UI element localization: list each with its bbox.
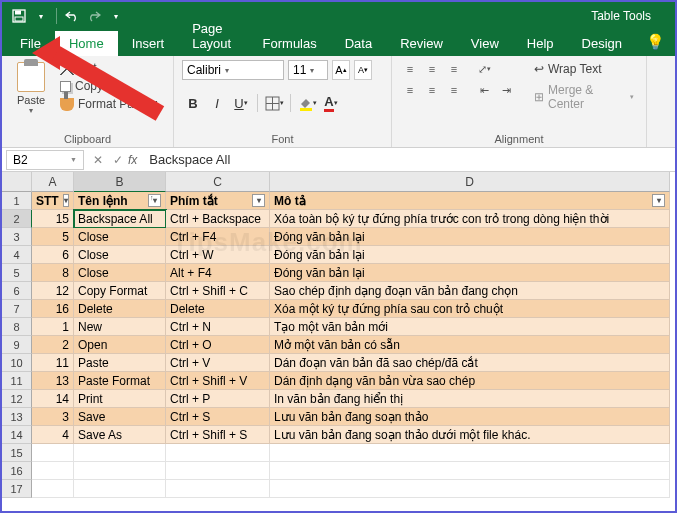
undo-icon[interactable] (61, 5, 83, 27)
filter-dropdown-icon[interactable]: ▾ (63, 194, 69, 207)
cell[interactable] (32, 462, 74, 480)
cell[interactable]: 13 (32, 372, 74, 390)
cell[interactable]: Backspace All (74, 210, 166, 228)
cell[interactable]: Ctrl + N (166, 318, 270, 336)
align-left-button[interactable]: ≡ (400, 81, 420, 99)
qat-dropdown-icon[interactable]: ▾ (30, 5, 52, 27)
row-header[interactable]: 2 (2, 210, 32, 228)
cell[interactable]: Ctrl + V (166, 354, 270, 372)
tab-page-layout[interactable]: Page Layout (178, 16, 248, 56)
tab-review[interactable]: Review (386, 31, 457, 56)
font-name-combo[interactable]: Calibri▾ (182, 60, 284, 80)
align-right-button[interactable]: ≡ (444, 81, 464, 99)
cell[interactable]: Paste Format (74, 372, 166, 390)
align-bottom-button[interactable]: ≡ (444, 60, 464, 78)
cell[interactable]: Ctrl + O (166, 336, 270, 354)
header-cell[interactable]: STT▾ (32, 192, 74, 210)
decrease-font-button[interactable]: A▾ (354, 60, 372, 80)
header-cell[interactable]: Phím tắt▾ (166, 192, 270, 210)
row-header[interactable]: 11 (2, 372, 32, 390)
cell[interactable]: Ctrl + F4 (166, 228, 270, 246)
tab-help[interactable]: Help (513, 31, 568, 56)
cell[interactable]: Ctrl + S (166, 408, 270, 426)
enter-icon[interactable]: ✓ (108, 153, 128, 167)
cancel-icon[interactable]: ✕ (88, 153, 108, 167)
cell[interactable]: 6 (32, 246, 74, 264)
increase-indent-button[interactable]: ⇥ (496, 81, 516, 99)
cell[interactable]: 15 (32, 210, 74, 228)
wrap-text-button[interactable]: ↩Wrap Text (530, 60, 638, 78)
row-header[interactable]: 14 (2, 426, 32, 444)
filter-dropdown-icon[interactable]: ▾↑ (148, 194, 161, 207)
cell[interactable] (270, 462, 670, 480)
col-header[interactable]: D (270, 172, 670, 192)
copy-button[interactable]: Copy▾ (58, 78, 159, 94)
cell[interactable]: 14 (32, 390, 74, 408)
orientation-button[interactable]: ⤢▾ (474, 60, 494, 78)
customize-qat-icon[interactable]: ▾ (105, 5, 127, 27)
cell[interactable]: 16 (32, 300, 74, 318)
cell[interactable] (270, 480, 670, 498)
align-middle-button[interactable]: ≡ (422, 60, 442, 78)
cell[interactable]: Ctrl + Backspace (166, 210, 270, 228)
cell[interactable]: Ctrl + Shifl + C (166, 282, 270, 300)
cell[interactable]: 4 (32, 426, 74, 444)
cut-button[interactable]: Cut (58, 60, 159, 76)
cell[interactable]: Ctrl + Shifl + S (166, 426, 270, 444)
cell[interactable]: Sao chép định dạng đoạn văn bản đang chọ… (270, 282, 670, 300)
row-header[interactable]: 17 (2, 480, 32, 498)
cell[interactable]: Paste (74, 354, 166, 372)
cell[interactable] (74, 444, 166, 462)
bold-button[interactable]: B (182, 92, 204, 114)
font-size-combo[interactable]: 11▾ (288, 60, 328, 80)
cell[interactable]: Close (74, 228, 166, 246)
row-header[interactable]: 3 (2, 228, 32, 246)
row-header[interactable]: 16 (2, 462, 32, 480)
cell[interactable]: Ctrl + Shifl + V (166, 372, 270, 390)
tab-view[interactable]: View (457, 31, 513, 56)
save-icon[interactable] (8, 5, 30, 27)
row-header[interactable]: 15 (2, 444, 32, 462)
paste-button[interactable]: Paste ▾ (10, 60, 52, 115)
cell[interactable]: 1 (32, 318, 74, 336)
cell[interactable]: Close (74, 264, 166, 282)
cell[interactable]: Đóng văn bản lại (270, 246, 670, 264)
align-top-button[interactable]: ≡ (400, 60, 420, 78)
decrease-indent-button[interactable]: ⇤ (474, 81, 494, 99)
italic-button[interactable]: I (206, 92, 228, 114)
cell[interactable]: Save As (74, 426, 166, 444)
header-cell[interactable]: Tên lệnh▾↑ (74, 192, 166, 210)
cell[interactable]: 8 (32, 264, 74, 282)
col-header[interactable]: B (74, 172, 166, 192)
redo-icon[interactable] (83, 5, 105, 27)
format-painter-button[interactable]: Format Painter (58, 96, 159, 112)
cell[interactable]: Xóa một ký tự đứng phía sau con trỏ chuộ… (270, 300, 670, 318)
cell[interactable]: Print (74, 390, 166, 408)
tell-me-icon[interactable]: 💡 (636, 28, 675, 56)
cell[interactable]: 12 (32, 282, 74, 300)
cell[interactable]: Close (74, 246, 166, 264)
cell[interactable]: Tạo một văn bản mới (270, 318, 670, 336)
cell[interactable] (32, 480, 74, 498)
name-box[interactable]: B2▼ (6, 150, 84, 170)
tab-home[interactable]: Home (55, 31, 118, 56)
cell[interactable]: Dán định dạng văn bản vừa sao chép (270, 372, 670, 390)
filter-dropdown-icon[interactable]: ▾ (652, 194, 665, 207)
underline-button[interactable]: U▾ (230, 92, 252, 114)
cell[interactable] (32, 444, 74, 462)
formula-bar[interactable]: Backspace All (143, 150, 675, 169)
font-color-button[interactable]: A▾ (320, 92, 342, 114)
cell[interactable] (270, 444, 670, 462)
increase-font-button[interactable]: A▴ (332, 60, 350, 80)
row-header[interactable]: 5 (2, 264, 32, 282)
cell[interactable]: Lưu văn bản đang soạn thảo (270, 408, 670, 426)
tab-design[interactable]: Design (568, 31, 636, 56)
cell[interactable]: Dán đoạn văn bản đã sao chép/đã cắt (270, 354, 670, 372)
col-header[interactable]: C (166, 172, 270, 192)
row-header[interactable]: 10 (2, 354, 32, 372)
row-header[interactable]: 12 (2, 390, 32, 408)
cell[interactable]: In văn bản đang hiển thị (270, 390, 670, 408)
row-header[interactable]: 7 (2, 300, 32, 318)
cell[interactable]: Xóa toàn bộ ký tự đứng phía trước con tr… (270, 210, 670, 228)
cell[interactable]: 11 (32, 354, 74, 372)
